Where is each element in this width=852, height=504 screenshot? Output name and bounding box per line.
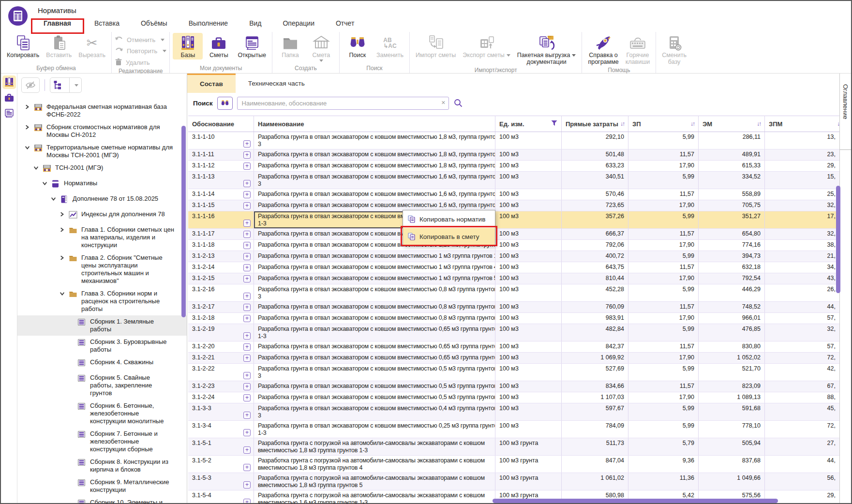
tree-item-3[interactable]: Территориальные сметные нормативы для Мо… [17, 141, 187, 162]
find-button[interactable]: Поиск [343, 33, 373, 59]
hide-unused-button[interactable] [21, 77, 40, 93]
undo-dropdown-icon[interactable] [161, 39, 164, 41]
import-estimate-button[interactable]: Импорт сметы [413, 33, 459, 59]
tree-item-8[interactable]: Глава 1. Сборники сметных цен на материа… [17, 223, 187, 252]
sort-icon[interactable]: ↓↑ [620, 120, 624, 127]
col-header-naimenovanie[interactable]: Наименование [254, 116, 495, 132]
table-row-3.1-1-14[interactable]: 3.1-1-14+Разработка грунта в отвал экска… [188, 189, 839, 200]
undo-button[interactable]: Отменить [115, 36, 166, 44]
copy-button[interactable]: Копировать [4, 33, 42, 59]
chevron-right-icon[interactable] [58, 254, 66, 260]
table-row-3.1-2-14[interactable]: 3.1-2-14+Разработка грунта в отвал экска… [188, 262, 839, 273]
strip-bases-button[interactable] [2, 75, 16, 89]
tree-view-dropdown-icon[interactable] [69, 78, 78, 92]
menu-item-copy-normative[interactable]: Копировать норматив [403, 210, 495, 228]
table-row-3.1-2-18[interactable]: 3.1-2-18+Разработка грунта в отвал экска… [188, 313, 839, 324]
table-row-3.1-2-24[interactable]: 3.1-2-24+Разработка грунта в отвал экска… [188, 392, 839, 403]
table-row-3.1-1-13[interactable]: 3.1-1-13+Разработка грунта в отвал экска… [188, 172, 839, 189]
tree-item-10[interactable]: Глава 3. Сборники норм и расценок на стр… [17, 287, 187, 315]
tree-item-17[interactable]: Сборник 8. Конструкции из кирпича и блок… [17, 456, 187, 476]
chevron-right-icon[interactable] [23, 123, 31, 130]
col-header-zp[interactable]: ЗП↓↑ [628, 116, 699, 132]
horizontal-scrollbar[interactable] [493, 499, 778, 503]
table-row-3.1-2-15[interactable]: 3.1-2-15+Разработка грунта в отвал экска… [188, 273, 839, 284]
tree-item-9[interactable]: Глава 2. Сборник "Сметные цены эксплуата… [17, 252, 187, 287]
tree-scrollbar[interactable] [181, 126, 186, 317]
table-row-3.1-2-13[interactable]: 3.1-2-13+Разработка грунта в отвал экска… [188, 251, 839, 262]
table-row-3.1-1-10[interactable]: 3.1-1-10+Разработка грунта в отвал экска… [188, 132, 839, 149]
tree-item-5[interactable]: Нормативы [17, 177, 187, 193]
expand-plus-icon[interactable]: + [243, 499, 251, 503]
tree-item-18[interactable]: Сборник 9. Металлические конструкции [17, 476, 187, 496]
expand-plus-icon[interactable]: + [243, 372, 251, 379]
expand-plus-icon[interactable]: + [243, 163, 251, 170]
chevron-down-icon[interactable] [49, 195, 57, 201]
table-row-3.1-1-15[interactable]: 3.1-1-15+Разработка грунта в отвал экска… [188, 200, 839, 211]
expand-plus-icon[interactable]: + [243, 220, 251, 227]
col-header-em[interactable]: ЭМ↓↑ [699, 116, 765, 132]
expand-plus-icon[interactable]: + [243, 264, 251, 271]
expand-plus-icon[interactable]: + [243, 191, 251, 198]
expand-plus-icon[interactable]: + [243, 140, 251, 148]
vertical-scrollbar[interactable] [836, 186, 840, 293]
tree-item-7[interactable]: Индексы для дополнения 78 [17, 208, 187, 223]
table-row-3.1-3-4[interactable]: 3.1-3-4+Разработка грунта в отвал экскав… [188, 421, 839, 438]
expand-plus-icon[interactable]: + [243, 464, 251, 471]
tree-item-11[interactable]: Сборник 1. Земляные работы [17, 315, 187, 336]
change-base-button[interactable]: Сменить базу [659, 33, 689, 66]
tree-item-4[interactable]: ТСН-2001 (МГЭ) [17, 162, 187, 177]
chevron-right-icon[interactable] [23, 103, 31, 109]
batch-upload-dropdown-icon[interactable] [572, 54, 576, 57]
paste-button[interactable]: Вставить [43, 33, 75, 59]
tab-sostav[interactable]: Состав [187, 74, 236, 93]
hotkeys-button[interactable]: Горячие клавиши [623, 33, 653, 66]
tree-item-12[interactable]: Сборник 3. Буровзрывные работы [17, 336, 187, 356]
search-input[interactable] [237, 97, 449, 110]
chevron-right-icon[interactable] [58, 226, 66, 232]
new-folder-button[interactable]: Папка [275, 33, 305, 59]
expand-plus-icon[interactable]: + [243, 412, 251, 419]
chevron-down-icon[interactable] [41, 179, 48, 186]
menu-tab-3[interactable]: Объёмы [130, 15, 178, 32]
table-row-3.1-1-17[interactable]: 3.1-1-17+Разработка грунта в отвал экска… [188, 229, 839, 240]
tree-item-6[interactable]: Дополнение 78 от 15.08.2025 [17, 193, 187, 208]
col-header-pryamye-zatraty[interactable]: Прямые затраты↓↑ [562, 116, 628, 132]
new-estimate-button[interactable]: Смета [306, 33, 336, 63]
table-row-3.1-1-18[interactable]: 3.1-1-18+Разработка грунта в отвал экска… [188, 240, 839, 251]
tree-view-button[interactable] [50, 77, 82, 93]
menu-tab-2[interactable]: Вставка [84, 15, 130, 32]
table-row-3.1-2-21[interactable]: 3.1-2-21+Разработка грунта в отвал экска… [188, 353, 839, 364]
expand-plus-icon[interactable]: + [243, 242, 251, 249]
expand-plus-icon[interactable]: + [243, 275, 251, 282]
menu-item-copy-to-estimate[interactable]: Копировать в смету [403, 228, 495, 245]
tree-item-14[interactable]: Сборник 5. Свайные работы, закрепление г… [17, 371, 187, 400]
menu-tab-6[interactable]: Операции [272, 15, 325, 32]
table-row-3.1-1-12[interactable]: 3.1-1-12+Разработка грунта в отвал экска… [188, 161, 839, 172]
filter-icon[interactable] [551, 120, 557, 128]
sort-icon[interactable]: ↓↑ [690, 120, 694, 127]
bases-button[interactable]: Базы [173, 33, 203, 59]
expand-plus-icon[interactable]: + [243, 315, 251, 322]
tree-item-19[interactable]: Сборник 10. Элементы и конструкции из де… [17, 496, 187, 503]
chevron-down-icon[interactable] [32, 164, 40, 170]
tab-tech-part[interactable]: Техническая часть [236, 74, 317, 93]
menu-tab-1[interactable]: Главная [31, 15, 84, 32]
chevron-right-icon[interactable] [58, 210, 66, 217]
table-row-3.1-2-22[interactable]: 3.1-2-22+Разработка грунта в отвал экска… [188, 364, 839, 381]
tree-item-1[interactable]: Федеральная сметная нормативная база ФСН… [17, 101, 187, 121]
expand-plus-icon[interactable]: + [243, 481, 251, 489]
expand-plus-icon[interactable]: + [243, 202, 251, 209]
new-estimate-dropdown-icon[interactable] [319, 59, 323, 62]
chevron-down-icon[interactable] [58, 290, 66, 296]
expand-plus-icon[interactable]: + [243, 180, 251, 187]
table-row-3.1-1-16[interactable]: 3.1-1-16+Разработка грунта в отвал экска… [188, 211, 839, 229]
toc-tab[interactable]: Оглавление [840, 77, 851, 150]
replace-button[interactable]: AB↳AC Заменить [374, 33, 406, 59]
tree-item-16[interactable]: Сборник 7. Бетонные и железобетонные кон… [17, 428, 187, 456]
opened-button[interactable]: Открытые [235, 33, 269, 59]
chevron-down-icon[interactable] [23, 144, 31, 150]
table-row-3.1-5-2[interactable]: 3.1-5-2+Разработка грунта с погрузкой на… [188, 456, 839, 473]
table-row-3.1-1-11[interactable]: 3.1-1-11+Разработка грунта в отвал экска… [188, 149, 839, 161]
expand-plus-icon[interactable]: + [243, 231, 251, 238]
expand-plus-icon[interactable]: + [243, 253, 251, 260]
